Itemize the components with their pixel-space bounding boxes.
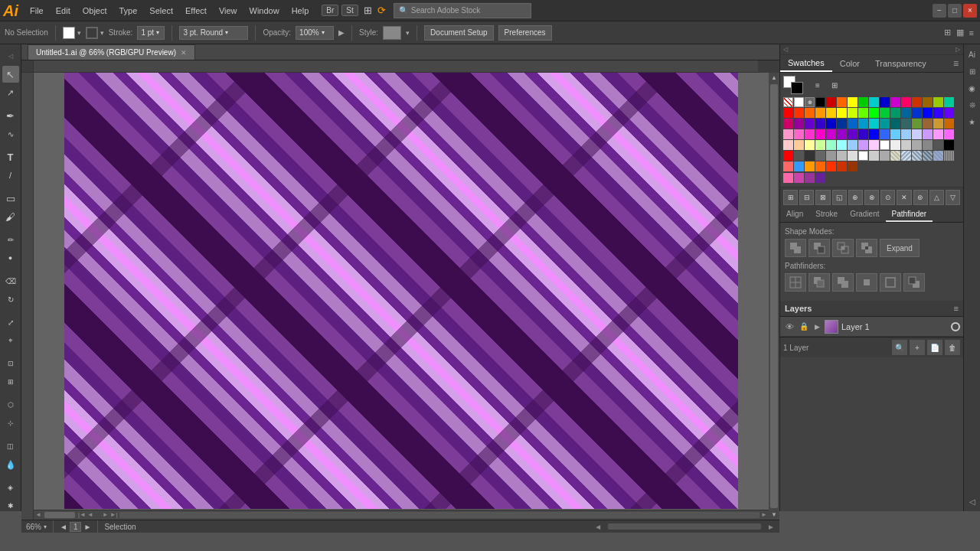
scroll-up-arrow[interactable]: ▲: [769, 73, 779, 83]
s5-3[interactable]: [805, 140, 815, 150]
selection-tool[interactable]: ↖: [2, 66, 19, 83]
s6-3[interactable]: [805, 151, 815, 161]
swatch-white[interactable]: [794, 97, 804, 107]
new-layer-btn[interactable]: 📄: [927, 340, 942, 355]
s5-1[interactable]: [783, 140, 793, 150]
maximize-button[interactable]: □: [948, 4, 962, 18]
h-scroll-track[interactable]: [119, 512, 760, 518]
s4-14[interactable]: [923, 129, 933, 139]
s5-15[interactable]: [933, 140, 943, 150]
minimize-button[interactable]: −: [933, 4, 946, 18]
s5-4[interactable]: [815, 140, 825, 150]
s3-2[interactable]: [794, 119, 804, 129]
panel-icon-10[interactable]: △: [929, 190, 944, 205]
s4-5[interactable]: [826, 129, 836, 139]
s6-1[interactable]: [783, 151, 793, 161]
s2-1[interactable]: [783, 108, 793, 118]
expand-button[interactable]: Expand: [880, 239, 920, 257]
panel-icon-2[interactable]: ⊟: [799, 190, 814, 205]
panel-icon-5[interactable]: ⊕: [848, 190, 863, 205]
tab-transparency[interactable]: Transparency: [867, 56, 934, 71]
s6-8[interactable]: [858, 151, 868, 161]
s6-10[interactable]: [880, 151, 890, 161]
swatch-blue1[interactable]: [880, 97, 890, 107]
swatch-grid-view-btn[interactable]: ⊞: [828, 78, 841, 92]
fill-dropdown[interactable]: ▾: [77, 29, 81, 37]
s7-4[interactable]: [815, 161, 825, 171]
s6-7[interactable]: [848, 151, 858, 161]
symbol-sprayer[interactable]: ✱: [2, 497, 19, 511]
swatches-panel-menu[interactable]: ≡: [949, 58, 963, 69]
zoom-control[interactable]: 66% ▾: [26, 523, 47, 531]
document-setup-button[interactable]: Document Setup: [424, 25, 494, 41]
swatch-yellow1[interactable]: [848, 97, 858, 107]
menu-object[interactable]: Object: [77, 5, 113, 17]
panel-menu-icon[interactable]: ≡: [968, 27, 975, 39]
crop-btn[interactable]: [856, 273, 877, 292]
minus-back-btn[interactable]: [903, 273, 925, 292]
v-scroll-thumb[interactable]: [770, 84, 778, 508]
s6-pattern3[interactable]: [912, 151, 922, 161]
s4-15[interactable]: [933, 129, 943, 139]
type-tool[interactable]: T: [2, 148, 19, 165]
swatch-cyan1[interactable]: [869, 97, 879, 107]
preferences-button[interactable]: Preferences: [498, 25, 552, 41]
s3-4[interactable]: [815, 119, 825, 129]
vert-icon-symbols[interactable]: ❊: [965, 98, 979, 112]
s6-4[interactable]: [815, 151, 825, 161]
prev-page-btn[interactable]: ◄: [60, 523, 67, 531]
swatch-list-view-btn[interactable]: ≡: [811, 78, 825, 92]
s3-14[interactable]: [923, 119, 933, 129]
opacity-input[interactable]: 100%: [296, 26, 334, 40]
workspace-switcher[interactable]: ⊞: [361, 5, 374, 16]
direct-selection-tool[interactable]: ↗: [2, 84, 19, 101]
sp-2[interactable]: [794, 173, 804, 183]
s2-13[interactable]: [912, 108, 922, 118]
tab-gradient[interactable]: Gradient: [844, 207, 885, 222]
tab-align[interactable]: Align: [780, 207, 809, 222]
layer-expand-arrow[interactable]: ▶: [812, 323, 822, 331]
menu-type[interactable]: Type: [114, 5, 143, 17]
s4-9[interactable]: [869, 129, 879, 139]
swatch-teal1[interactable]: [944, 97, 954, 107]
s2-12[interactable]: [901, 108, 911, 118]
sp-3[interactable]: [805, 173, 815, 183]
eyedropper-tool[interactable]: 💧: [2, 456, 19, 473]
s3-5[interactable]: [826, 119, 836, 129]
s5-7[interactable]: [848, 140, 858, 150]
s2-9[interactable]: [869, 108, 879, 118]
scroll-left-arrow[interactable]: ◄: [35, 511, 41, 518]
curvature-tool[interactable]: ∿: [2, 126, 19, 142]
s3-1[interactable]: [783, 119, 793, 129]
next-page-btn[interactable]: ►: [83, 523, 91, 531]
s4-16[interactable]: [944, 129, 954, 139]
vert-icon-collapse[interactable]: ◁: [965, 494, 979, 508]
panel-collapse-right[interactable]: ▷: [956, 46, 960, 53]
vert-icon-1[interactable]: Ai: [965, 47, 979, 61]
s4-4[interactable]: [815, 129, 825, 139]
s4-6[interactable]: [837, 129, 847, 139]
s6-5[interactable]: [826, 151, 836, 161]
swatch-red1[interactable]: [826, 97, 836, 107]
panel-icon-1[interactable]: ⊞: [783, 190, 798, 205]
s5-8[interactable]: [858, 140, 868, 150]
s4-1[interactable]: [783, 129, 793, 139]
horizontal-scrollbar[interactable]: ◄ |◄ ◄ ► ►| ►: [34, 510, 769, 520]
tab-color[interactable]: Color: [832, 56, 867, 71]
s7-5[interactable]: [826, 161, 836, 171]
unite-btn[interactable]: [785, 239, 806, 257]
anim-right-arrow[interactable]: ►: [767, 523, 775, 531]
opacity-arrow[interactable]: ▶: [338, 28, 345, 37]
s7-3[interactable]: [805, 161, 815, 171]
style-dropdown[interactable]: ▾: [406, 29, 410, 37]
paint-brush-tool[interactable]: 🖌: [2, 208, 19, 225]
layer-name[interactable]: Layer 1: [841, 322, 948, 331]
panel-icon-9[interactable]: ⊚: [913, 190, 928, 205]
s3-10[interactable]: [880, 119, 890, 129]
tab-pathfinder[interactable]: Pathfinder: [886, 207, 933, 222]
rectangle-tool[interactable]: ▭: [2, 190, 19, 207]
canvas-tab[interactable]: Untitled-1.ai @ 66% (RGB/GPU Preview) ✕: [28, 44, 195, 60]
pencil-tool[interactable]: ✏: [2, 231, 19, 248]
tab-close-button[interactable]: ✕: [181, 49, 187, 57]
s2-16[interactable]: [944, 108, 954, 118]
